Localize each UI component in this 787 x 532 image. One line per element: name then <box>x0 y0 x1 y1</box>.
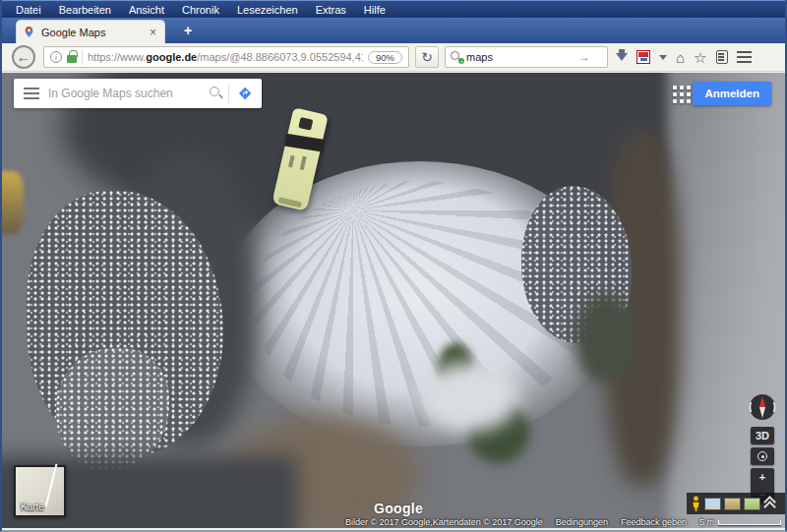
back-button[interactable]: ← <box>12 45 35 69</box>
tab-title: Google Maps <box>41 27 142 38</box>
add-engine-badge: + <box>458 58 464 64</box>
menu-chronik[interactable]: Chronik <box>174 3 227 17</box>
menu-bar: Datei Bearbeiten Ansicht Chronik Lesezei… <box>2 0 785 18</box>
google-maps-icon <box>23 26 35 38</box>
maps-menu-icon[interactable] <box>24 88 39 99</box>
maps-search-box[interactable] <box>14 79 262 108</box>
menu-bearbeiten[interactable]: Bearbeiten <box>51 3 119 17</box>
firefox-menu-icon[interactable] <box>737 51 752 64</box>
imagery-carousel <box>687 493 785 514</box>
search-input[interactable] <box>466 51 575 63</box>
imagery-right-heap <box>521 186 632 343</box>
imagery-brown-band <box>604 132 681 486</box>
urlbar-divider <box>82 49 83 65</box>
imagery-thumbnail-1[interactable] <box>704 498 721 510</box>
menu-lesezeichen[interactable]: Lesezeichen <box>229 3 306 17</box>
imagery-left-rubble <box>27 191 223 456</box>
imagery-green-patch-1 <box>438 343 473 392</box>
google-apps-icon[interactable] <box>673 86 691 103</box>
tab-google-maps[interactable]: Google Maps × <box>16 20 165 43</box>
url-domain: google.de <box>146 51 197 63</box>
menu-datei[interactable]: Datei <box>8 3 49 17</box>
satellite-map[interactable]: Anmelden Karte Google 3D + − <box>2 73 785 528</box>
extension-dropdown-icon[interactable] <box>659 55 667 60</box>
scale-bar <box>718 520 781 525</box>
url-bar[interactable]: i https://www.google.de/maps/@48.8866073… <box>43 46 409 68</box>
browser-window: Datei Bearbeiten Ansicht Chronik Lesezei… <box>0 0 787 532</box>
navigation-bar: ← i https://www.google.de/maps/@48.88660… <box>2 43 785 72</box>
copyright-text: Bilder © 2017 Google,Kartendaten © 2017 … <box>345 517 543 527</box>
google-watermark: Google <box>374 501 423 516</box>
imagery-bottomleft-rubble <box>56 348 169 471</box>
page-info-icon[interactable]: i <box>50 51 62 63</box>
scale-control: 5 m <box>699 517 781 527</box>
imagery-green-patch-3 <box>575 294 637 383</box>
search-engine-icon[interactable]: + <box>451 51 462 63</box>
dump-truck <box>272 107 329 211</box>
tilt-3d-button[interactable]: 3D <box>751 427 774 444</box>
carousel-collapse-icon[interactable] <box>765 498 775 509</box>
imagery-left-dark-ring <box>120 151 258 446</box>
my-location-button[interactable] <box>751 447 774 465</box>
menu-extras[interactable]: Extras <box>308 3 354 17</box>
https-lock-icon[interactable] <box>67 55 77 63</box>
maps-search-divider <box>228 84 229 103</box>
imagery-thumbnail-3[interactable] <box>744 498 760 510</box>
new-tab-button[interactable]: + <box>175 23 201 40</box>
zoom-level-badge[interactable]: 90% <box>368 51 402 64</box>
imagery-left-edge-vehicle <box>2 171 24 234</box>
imagery-mound-streaks <box>253 181 587 427</box>
imagery-bright-spot <box>420 363 518 432</box>
maps-search-icon[interactable] <box>210 87 219 100</box>
toolbar-icons: ⌂ ☆ <box>616 46 752 68</box>
feedback-link[interactable]: Feedback geben <box>621 517 687 527</box>
pegman-icon[interactable] <box>691 496 701 512</box>
url-path: /maps/@48.8866073,9.0552594,41m/data=!3m… <box>197 51 363 63</box>
home-icon[interactable]: ⌂ <box>676 50 685 65</box>
imagery-thumbnail-2[interactable] <box>724 498 741 510</box>
imagery-green-patch-2 <box>468 402 529 463</box>
directions-icon[interactable] <box>238 84 252 103</box>
extension-icon[interactable] <box>636 50 650 64</box>
bookmark-star-icon[interactable]: ☆ <box>694 50 706 65</box>
url-prefix: https://www. <box>88 51 146 63</box>
karte-thumbnail-road <box>45 463 58 506</box>
url-text[interactable]: https://www.google.de/maps/@48.8866073,9… <box>88 51 363 63</box>
map-view-toggle[interactable]: Karte <box>14 465 66 517</box>
tab-close-icon[interactable]: × <box>148 27 158 38</box>
compass-control[interactable] <box>747 391 778 423</box>
attribution-bar: Bilder © 2017 Google,Kartendaten © 2017 … <box>345 517 781 527</box>
scale-label: 5 m <box>699 517 714 527</box>
terms-link[interactable]: Bedingungen <box>556 517 608 527</box>
browser-search-field[interactable]: + → <box>445 46 608 68</box>
menu-ansicht[interactable]: Ansicht <box>121 3 172 17</box>
signin-button[interactable]: Anmelden <box>693 82 771 105</box>
search-go-icon[interactable]: → <box>578 50 590 64</box>
zoom-in-button[interactable]: + <box>751 468 774 486</box>
downloads-icon[interactable] <box>616 53 628 61</box>
map-toggle-label: Karte <box>21 502 44 512</box>
reload-button[interactable]: ↻ <box>415 46 439 68</box>
maps-search-input[interactable] <box>48 87 201 100</box>
menu-hilfe[interactable]: Hilfe <box>356 3 394 17</box>
bookmarks-sidebar-icon[interactable] <box>716 50 728 64</box>
tab-strip: Google Maps × + <box>2 18 785 43</box>
